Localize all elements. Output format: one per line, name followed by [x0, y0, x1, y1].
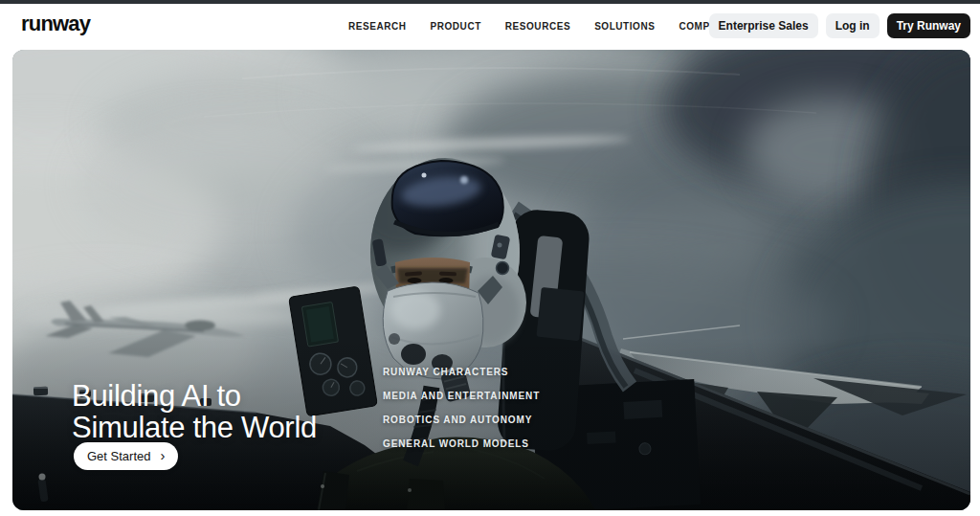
get-started-button[interactable]: Get Started › [74, 442, 178, 470]
link-general-world-models[interactable]: GENERAL WORLD MODELS [383, 438, 540, 449]
site-header: runway RESEARCH PRODUCT RESOURCES SOLUTI… [0, 4, 980, 48]
link-runway-characters[interactable]: RUNWAY CHARACTERS [383, 367, 540, 377]
header-actions: Enterprise Sales Log in Try Runway [709, 4, 970, 48]
hero-headline-line1: Building AI to [72, 380, 317, 412]
hero-category-links: RUNWAY CHARACTERS MEDIA AND ENTERTAINMEN… [383, 367, 540, 449]
link-media-entertainment[interactable]: MEDIA AND ENTERTAINMENT [383, 391, 540, 401]
get-started-label: Get Started [87, 449, 150, 463]
chevron-right-icon: › [160, 448, 165, 462]
nav-product[interactable]: PRODUCT [431, 21, 481, 32]
hero-headline-line2: Simulate the World [72, 412, 317, 443]
enterprise-sales-button[interactable]: Enterprise Sales [709, 13, 818, 38]
link-robotics-autonomy[interactable]: ROBOTICS AND AUTONOMY [383, 415, 540, 425]
hero-headline: Building AI to Simulate the World [72, 380, 317, 443]
log-in-button[interactable]: Log in [826, 13, 880, 38]
nav-research[interactable]: RESEARCH [348, 21, 407, 32]
nav-resources[interactable]: RESOURCES [505, 21, 570, 32]
try-runway-button[interactable]: Try Runway [887, 13, 970, 38]
hero-section: Building AI to Simulate the World Get St… [12, 50, 970, 510]
runway-logo[interactable]: runway [21, 11, 90, 36]
nav-solutions[interactable]: SOLUTIONS [594, 21, 655, 32]
main-nav: RESEARCH PRODUCT RESOURCES SOLUTIONS COM… [348, 4, 731, 48]
